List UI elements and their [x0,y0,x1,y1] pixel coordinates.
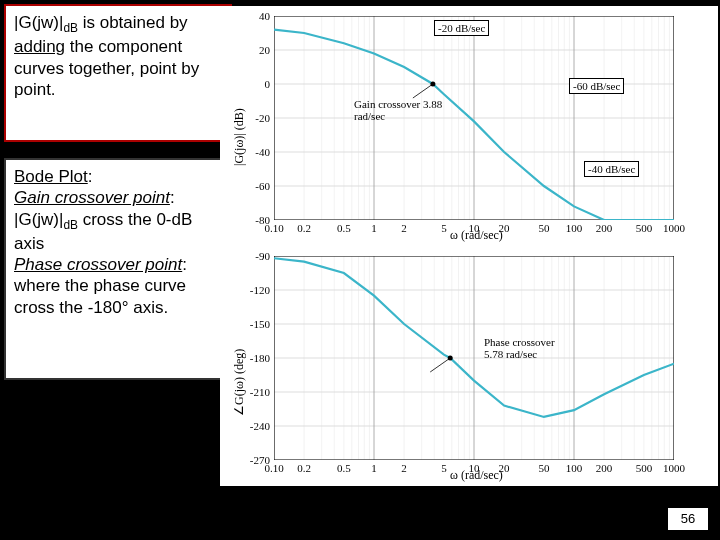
xtick: 0.5 [330,222,358,234]
svg-line-93 [430,358,450,372]
xtick: 2 [390,222,418,234]
text: |G(jw)|dB is obtained by adding the comp… [14,13,199,99]
xtick: 200 [590,462,618,474]
mag-ylabel: |G(jω)| (dB) [232,108,247,166]
ytick: -60 [240,180,270,192]
phase-plot: Phase crossover 5.78 rad/sec -90-120-150… [274,256,674,460]
t: is obtained by [78,13,188,32]
xtick: 200 [590,222,618,234]
xtick: 100 [560,222,588,234]
def-gain-crossover: Gain crossover point: |G(jw)|dB cross th… [14,187,222,254]
phase-plot-svg [274,256,674,460]
ytick: -90 [240,250,270,262]
xtick: 1000 [660,222,688,234]
phase-xlabel: ω (rad/sec) [450,468,503,483]
t: dB [63,218,78,232]
textbox-magnitude-note: |G(jw)|dB is obtained by adding the comp… [4,4,232,142]
ytick: -150 [240,318,270,330]
t: adding [14,37,65,56]
xtick: 1 [360,222,388,234]
ytick: 40 [240,10,270,22]
mag-xlabel: ω (rad/sec) [450,228,503,243]
xtick: 0.2 [290,462,318,474]
xtick: 500 [630,462,658,474]
magnitude-plot: -20 dB/sec -60 dB/sec -40 dB/sec Gain cr… [274,16,674,220]
textbox-bode-definitions: Bode Plot: Gain crossover point: |G(jw)|… [4,158,232,380]
ytick: -240 [240,420,270,432]
xtick: 1 [360,462,388,474]
xtick: 0.5 [330,462,358,474]
t: Gain crossover point [14,188,170,207]
phase-ylabel: ∠G(jω) (deg) [232,349,247,416]
xtick: 100 [560,462,588,474]
xtick: 0.10 [260,222,288,234]
magnitude-plot-svg [274,16,674,220]
ytick: 0 [240,78,270,90]
xtick: 1000 [660,462,688,474]
xtick: 50 [530,462,558,474]
t: Phase crossover point [14,255,182,274]
bode-plot-figure: -20 dB/sec -60 dB/sec -40 dB/sec Gain cr… [220,6,718,486]
xtick: 0.2 [290,222,318,234]
svg-line-46 [413,84,433,98]
ytick: -120 [240,284,270,296]
t: Bode Plot [14,167,88,186]
xtick: 2 [390,462,418,474]
page-number: 56 [668,508,708,530]
def-phase-crossover: Phase crossover point: where the phase c… [14,254,222,318]
t: dB [63,21,78,35]
t: |G(jw)| [14,13,63,32]
xtick: 0.10 [260,462,288,474]
xtick: 500 [630,222,658,234]
ytick: 20 [240,44,270,56]
heading: Bode Plot: [14,166,222,187]
xtick: 50 [530,222,558,234]
